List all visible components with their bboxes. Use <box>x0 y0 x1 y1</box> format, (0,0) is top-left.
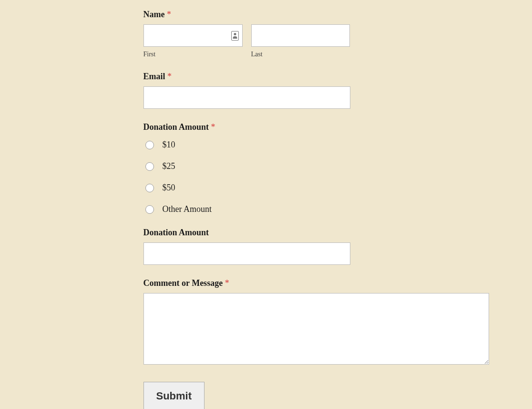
email-input[interactable] <box>143 86 350 109</box>
donation-radio-other[interactable] <box>145 205 154 214</box>
donation-radio-10[interactable] <box>145 141 154 149</box>
name-row: First Last <box>143 24 489 58</box>
name-label-text: Name <box>143 10 165 19</box>
donation-amount-input-label-text: Donation Amount <box>143 228 209 237</box>
donation-form: Name * First Last Email * Do <box>43 10 489 409</box>
comment-field-group: Comment or Message * <box>143 278 489 367</box>
submit-button[interactable]: Submit <box>143 382 205 409</box>
donation-radio-label-50[interactable]: $50 <box>163 183 175 193</box>
donation-option-other: Other Amount <box>143 204 489 214</box>
name-field-group: Name * First Last <box>143 10 489 58</box>
donation-radio-label-other[interactable]: Other Amount <box>163 204 212 214</box>
first-name-input[interactable] <box>143 24 243 47</box>
donation-amount-input-group: Donation Amount <box>143 228 489 265</box>
first-name-column: First <box>143 24 243 58</box>
name-label: Name * <box>143 10 489 20</box>
comment-label: Comment or Message * <box>143 278 489 288</box>
required-mark: * <box>211 122 215 132</box>
comment-label-text: Comment or Message <box>143 278 223 288</box>
donation-radio-list: $10 $25 $50 Other Amount <box>143 140 489 214</box>
comment-textarea[interactable] <box>143 293 489 365</box>
donation-amount-label: Donation Amount * <box>143 122 489 132</box>
donation-radio-50[interactable] <box>145 184 154 192</box>
required-mark: * <box>225 278 229 288</box>
email-field-group: Email * <box>143 72 489 109</box>
last-name-sublabel: Last <box>251 51 350 58</box>
required-mark: * <box>167 72 172 81</box>
email-label-text: Email <box>143 72 165 81</box>
donation-radio-label-25[interactable]: $25 <box>163 161 175 171</box>
donation-amount-input[interactable] <box>143 242 350 265</box>
donation-amount-label-text: Donation Amount <box>143 122 209 132</box>
first-name-sublabel: First <box>143 51 243 58</box>
donation-option-10: $10 <box>143 140 489 150</box>
donation-amount-radio-group: Donation Amount * $10 $25 $50 Other Amou… <box>143 122 489 214</box>
last-name-input[interactable] <box>251 24 350 47</box>
donation-radio-25[interactable] <box>145 162 154 171</box>
donation-option-25: $25 <box>143 161 489 171</box>
email-label: Email * <box>143 72 489 82</box>
last-name-column: Last <box>251 24 350 58</box>
donation-radio-label-10[interactable]: $10 <box>163 140 175 150</box>
required-mark: * <box>167 10 171 19</box>
donation-option-50: $50 <box>143 183 489 193</box>
first-name-wrap <box>143 24 243 47</box>
donation-amount-input-label: Donation Amount <box>143 228 489 238</box>
